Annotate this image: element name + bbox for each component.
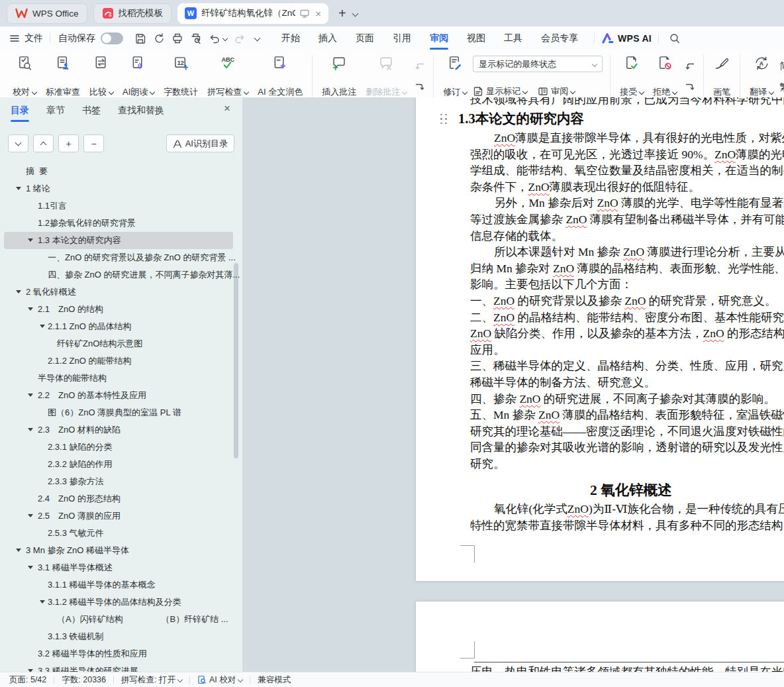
- show-markup-button[interactable]: 显示标记: [473, 85, 527, 97]
- menu-tab-审阅[interactable]: 审阅: [430, 32, 448, 44]
- outline-item[interactable]: 图（6）ZnO 薄膜典型的室温 PL 谱: [0, 404, 242, 421]
- pane-tab-查找和替换[interactable]: 查找和替换: [118, 105, 164, 117]
- redo-icon[interactable]: [234, 32, 246, 44]
- save-icon[interactable]: [134, 32, 146, 44]
- outline-item[interactable]: 1 绪论: [0, 180, 242, 197]
- outline-item[interactable]: 半导体的能带结构: [0, 370, 242, 387]
- compare-button[interactable]: 比较: [85, 53, 118, 100]
- outline-item[interactable]: 3.2 稀磁半导体的性质和应用: [0, 645, 242, 662]
- outline-item[interactable]: 1.2掺杂氧化锌的研究背景: [0, 215, 242, 232]
- autosave-toggle[interactable]: [101, 32, 123, 44]
- outline-item[interactable]: 2.2 ZnO 的基本特性及应用: [0, 387, 242, 404]
- menu-tab-开始[interactable]: 开始: [281, 32, 300, 44]
- ai-proofread-status[interactable]: AI 校对: [197, 674, 242, 686]
- next-revision-icon[interactable]: [683, 81, 697, 93]
- word-count-indicator[interactable]: 字数: 20336: [62, 674, 106, 686]
- outline-item[interactable]: 3.1.1 稀磁半导体的基本概念: [0, 576, 242, 594]
- next-comment-icon[interactable]: [413, 81, 427, 93]
- tab-docer-templates[interactable]: 找稻壳模板: [93, 3, 172, 24]
- tab-wps-home[interactable]: WPS Office: [7, 3, 87, 24]
- spell-check-button[interactable]: ABC 拼写检查: [203, 53, 253, 100]
- menu-tab-页面[interactable]: 页面: [356, 32, 374, 44]
- pane-tab-章节[interactable]: 章节: [46, 105, 65, 117]
- menu-tab-视图[interactable]: 视图: [467, 32, 485, 44]
- pen-button[interactable]: 画笔: [709, 53, 735, 100]
- insert-comment-button[interactable]: 插入批注: [317, 53, 361, 100]
- export-icon[interactable]: [153, 32, 165, 44]
- tab-document[interactable]: W 纤锌矿结构氧化锌（ZnO）设 ×: [177, 3, 328, 24]
- outline-item[interactable]: 摘 要: [0, 163, 242, 180]
- ai-polish-button[interactable]: AI 全文润色: [253, 53, 307, 100]
- menu-file[interactable]: 文件: [24, 32, 43, 44]
- outline-item[interactable]: 3.3 稀磁半导体的研究进展: [0, 662, 242, 672]
- hamburger-menu-icon[interactable]: [9, 34, 20, 43]
- markup-state-dropdown[interactable]: 显示标记的最终状态: [473, 56, 603, 72]
- outline-item[interactable]: 2.3.2 缺陷的作用: [0, 456, 242, 473]
- expand-all-button[interactable]: [8, 134, 28, 152]
- pane-tab-目录[interactable]: 目录: [11, 105, 29, 117]
- accept-button[interactable]: 接受: [615, 53, 648, 100]
- outline-item[interactable]: 3.1 稀磁半导体概述: [0, 559, 242, 576]
- outline-item[interactable]: 2.5.3 气敏元件: [0, 525, 242, 542]
- menu-tab-插入[interactable]: 插入: [318, 32, 337, 44]
- outline-item[interactable]: 1.1引言: [0, 197, 242, 215]
- document-canvas[interactable]: 技术领域将具有广阔的应用前景，已成为当今材料科学研究中的一个1.3本论文的研究内…: [243, 97, 784, 672]
- outline-item[interactable]: 2.3.3 掺杂方法: [0, 473, 242, 490]
- zoom-in-outline-button[interactable]: +: [58, 134, 79, 152]
- outline-item[interactable]: 3.1.3 铁磁机制: [0, 628, 242, 645]
- close-tab-icon[interactable]: ×: [315, 9, 321, 19]
- document-page-6[interactable]: 压电、热电和铁电等诸多领域都有其独特的性能，特别是在光电领: [416, 602, 784, 672]
- new-tab-button[interactable]: +: [338, 6, 346, 21]
- proofread-button[interactable]: 校对: [8, 53, 41, 100]
- search-icon[interactable]: [669, 32, 681, 44]
- traditional-to-simplified-button[interactable]: 繁→ 转简: [779, 81, 784, 93]
- outline-item[interactable]: （A）闪锌矿结构 （B）纤锌矿结 ...: [0, 611, 242, 628]
- outline-item[interactable]: 2.4 ZnO 的形态结构: [0, 490, 242, 507]
- outline-item[interactable]: 2.1.2 ZnO 的能带结构: [0, 352, 242, 370]
- outline-item[interactable]: 1.3 本论文的研究内容: [0, 232, 242, 249]
- outline-item-label: 1.3 本论文的研究内容: [0, 232, 242, 249]
- group-expand-icon[interactable]: [759, 89, 765, 95]
- simplified-to-traditional-button[interactable]: 简→ 转繁: [779, 60, 784, 72]
- outline-item[interactable]: 2.5 ZnO 薄膜的应用: [0, 507, 242, 525]
- menu-tab-引用[interactable]: 引用: [393, 32, 411, 44]
- close-pane-icon[interactable]: ×: [224, 103, 230, 114]
- outline-item[interactable]: 3 Mn 掺杂 ZnO 稀磁半导体: [0, 542, 242, 559]
- spellcheck-status[interactable]: 拼写检查: 打开: [121, 674, 182, 686]
- word-count-button[interactable]: 12 字数统计: [159, 53, 203, 100]
- standard-review-button[interactable]: 标准审查: [41, 53, 85, 100]
- undo-icon[interactable]: [209, 32, 227, 44]
- outline-item[interactable]: 2.3 ZnO 材料的缺陷: [0, 421, 242, 439]
- tab-list-caret-icon[interactable]: [352, 10, 358, 17]
- print-preview-icon[interactable]: [190, 32, 202, 44]
- page-indicator[interactable]: 页面: 5/42: [9, 674, 46, 686]
- review-pane-button[interactable]: 审阅: [538, 85, 575, 97]
- outline-item[interactable]: 四、掺杂 ZnO 的研究进展，不同离子掺杂对其薄...: [0, 266, 242, 284]
- wps-ai-button[interactable]: WPS AI: [601, 32, 652, 44]
- previous-revision-icon[interactable]: [683, 60, 697, 72]
- menu-tab-会员专享[interactable]: 会员专享: [541, 32, 578, 44]
- undo-caret-icon[interactable]: [222, 35, 228, 40]
- previous-comment-icon[interactable]: [413, 60, 427, 72]
- outline-item[interactable]: 纤锌矿ZnO结构示意图: [0, 335, 242, 352]
- monitor-icon[interactable]: [299, 9, 310, 19]
- print-icon[interactable]: [172, 32, 183, 44]
- drag-handle-icon[interactable]: [440, 113, 448, 125]
- outline-item[interactable]: 2.3.1 缺陷的分类: [0, 439, 242, 456]
- quick-access-caret-icon[interactable]: [252, 36, 260, 40]
- outline-item[interactable]: 2.1 ZnO 的结构: [0, 301, 242, 318]
- outline-item[interactable]: 3.1.2 稀磁半导体的晶体结构及分类: [0, 594, 242, 611]
- ai-recognize-toc-button[interactable]: AI识别目录: [166, 134, 234, 152]
- outline-item[interactable]: 2 氧化锌概述: [0, 284, 242, 301]
- zoom-out-outline-button[interactable]: −: [83, 134, 104, 152]
- collapse-all-button[interactable]: [33, 134, 54, 152]
- delete-comment-button[interactable]: 删除批注: [361, 53, 411, 100]
- reject-button[interactable]: 拒绝: [648, 53, 681, 100]
- outline-item[interactable]: 一、ZnO 的研究背景以及掺杂 ZnO 的研究背景 ...: [0, 249, 242, 266]
- document-page-5[interactable]: 技术领域将具有广阔的应用前景，已成为当今材料科学研究中的一个1.3本论文的研究内…: [416, 97, 784, 581]
- outline-item[interactable]: 2.1.1 ZnO 的晶体结构: [0, 318, 242, 335]
- track-changes-button[interactable]: 修订: [438, 53, 471, 100]
- ai-read-button[interactable]: AI朗读: [118, 53, 159, 100]
- pane-tab-书签[interactable]: 书签: [82, 105, 101, 117]
- menu-tab-工具[interactable]: 工具: [504, 32, 522, 44]
